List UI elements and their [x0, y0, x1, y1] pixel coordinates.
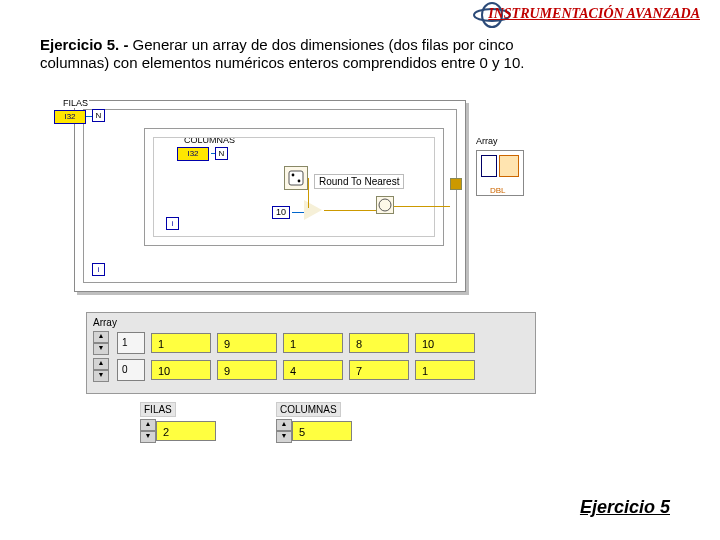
- stepper-down-icon[interactable]: ▼: [276, 431, 292, 443]
- outer-for-loop[interactable]: FILAS I32 N i COLUMNAS I32 N i 10 Round …: [83, 109, 457, 283]
- stepper-up-icon[interactable]: ▲: [93, 331, 109, 343]
- row-index-value[interactable]: 1: [117, 332, 145, 354]
- svg-rect-2: [289, 171, 303, 185]
- wire: [292, 212, 304, 213]
- svg-point-3: [292, 174, 295, 177]
- outer-loop-n: N: [92, 109, 105, 122]
- table-row: ▲▼0109471: [93, 358, 529, 382]
- front-panel-array: Array ▲▼1191810▲▼0109471: [86, 312, 536, 394]
- stepper-up-icon[interactable]: ▲: [140, 419, 156, 431]
- row-index-stepper[interactable]: ▲▼: [93, 358, 109, 382]
- wire: [394, 206, 450, 207]
- front-panel-array-label: Array: [93, 317, 529, 328]
- footer-link[interactable]: Ejercicio 5: [580, 497, 670, 518]
- svg-point-5: [379, 199, 391, 211]
- columnas-control: COLUMNAS ▲ ▼ 5: [276, 402, 352, 443]
- array-cell[interactable]: 9: [217, 333, 277, 353]
- row-index-value[interactable]: 0: [117, 359, 145, 381]
- round-label: Round To Nearest: [314, 174, 404, 189]
- array-indicator-type: DBL: [490, 186, 506, 195]
- outer-loop-i: i: [92, 263, 105, 276]
- block-diagram: FILAS I32 N i COLUMNAS I32 N i 10 Round …: [74, 100, 466, 292]
- wire: [308, 178, 309, 208]
- array-cell[interactable]: 8: [349, 333, 409, 353]
- front-panel-rows: ▲▼1191810▲▼0109471: [93, 331, 529, 382]
- stepper-up-icon[interactable]: ▲: [276, 419, 292, 431]
- array-cell[interactable]: 10: [415, 333, 475, 353]
- array-cell[interactable]: 4: [283, 360, 343, 380]
- header-title: INSTRUMENTACIÓN AVANZADA: [488, 6, 700, 22]
- filas-value[interactable]: 2: [156, 421, 216, 441]
- stepper-up-icon[interactable]: ▲: [93, 358, 109, 370]
- array-cell[interactable]: 1: [151, 333, 211, 353]
- inner-loop-body: i 10 Round To Nearest: [153, 137, 435, 237]
- filas-control: FILAS ▲ ▼ 2: [140, 402, 216, 443]
- exercise-statement: Ejercicio 5. - Generar un array de dos d…: [40, 36, 560, 72]
- filas-control-label: FILAS: [140, 402, 176, 417]
- stepper-down-icon[interactable]: ▼: [93, 370, 109, 382]
- row-index-stepper[interactable]: ▲▼: [93, 331, 109, 355]
- columnas-control-label: COLUMNAS: [276, 402, 341, 417]
- array-cell[interactable]: 10: [151, 360, 211, 380]
- random-number-node[interactable]: [284, 166, 308, 190]
- exercise-bold: Ejercicio 5. -: [40, 36, 128, 53]
- multiply-node[interactable]: [304, 200, 322, 220]
- output-tunnel: [450, 178, 462, 190]
- inner-loop-i: i: [166, 217, 179, 230]
- array-cell[interactable]: 1: [283, 333, 343, 353]
- array-cell[interactable]: 9: [217, 360, 277, 380]
- round-to-nearest-node[interactable]: [376, 196, 394, 214]
- numeric-constant-10[interactable]: 10: [272, 206, 290, 219]
- table-row: ▲▼1191810: [93, 331, 529, 355]
- stepper-down-icon[interactable]: ▼: [93, 343, 109, 355]
- controls-area: FILAS ▲ ▼ 2 COLUMNAS ▲ ▼ 5: [140, 402, 352, 443]
- filas-label: FILAS: [62, 98, 89, 108]
- array-cell[interactable]: 7: [349, 360, 409, 380]
- svg-point-4: [298, 180, 301, 183]
- inner-for-loop[interactable]: COLUMNAS I32 N i 10 Round To Nearest: [144, 128, 444, 246]
- wire: [324, 210, 376, 211]
- columnas-stepper[interactable]: ▲ ▼: [276, 419, 292, 443]
- filas-control-terminal[interactable]: I32: [54, 110, 86, 124]
- filas-stepper[interactable]: ▲ ▼: [140, 419, 156, 443]
- array-cell[interactable]: 1: [415, 360, 475, 380]
- columnas-value[interactable]: 5: [292, 421, 352, 441]
- array-indicator-label: Array: [476, 136, 498, 146]
- stepper-down-icon[interactable]: ▼: [140, 431, 156, 443]
